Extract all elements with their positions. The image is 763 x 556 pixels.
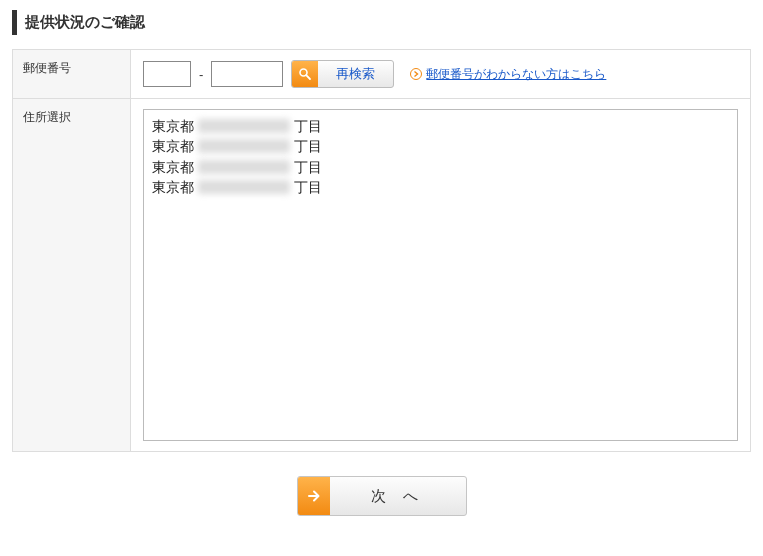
zip-input-2[interactable] [211,61,283,87]
address-prefix: 東京都 [152,136,194,156]
address-item[interactable]: 東京都 丁目 [152,157,729,177]
svg-line-1 [307,75,311,79]
page-title: 提供状況のご確認 [12,10,751,35]
address-item[interactable]: 東京都 丁目 [152,116,729,136]
zip-input-1[interactable] [143,61,191,87]
address-redacted [198,160,290,174]
address-suffix: 丁目 [294,136,322,156]
address-redacted [198,180,290,194]
address-suffix: 丁目 [294,116,322,136]
address-prefix: 東京都 [152,157,194,177]
help-link-wrapper: 郵便番号がわからない方はこちら [410,66,606,83]
next-row: 次 へ [12,452,751,522]
address-label: 住所選択 [13,99,131,452]
next-button-label: 次 へ [330,477,466,515]
next-button[interactable]: 次 へ [297,476,467,516]
address-prefix: 東京都 [152,177,194,197]
address-redacted [198,119,290,133]
search-icon [292,61,318,87]
search-button[interactable]: 再検索 [291,60,394,88]
zip-label: 郵便番号 [13,50,131,99]
arrow-right-icon [298,477,330,515]
zip-row: - 再検索 郵便番号がわからない方はこちら [143,60,738,88]
address-suffix: 丁目 [294,157,322,177]
zip-separator: - [199,67,203,82]
svg-point-2 [411,69,422,80]
address-redacted [198,139,290,153]
address-item[interactable]: 東京都 丁目 [152,136,729,156]
search-button-label: 再検索 [318,61,393,87]
address-item[interactable]: 東京都 丁目 [152,177,729,197]
zip-help-link[interactable]: 郵便番号がわからない方はこちら [426,66,606,83]
address-listbox[interactable]: 東京都 丁目 東京都 丁目 東京都 丁目 東京都 丁目 [143,109,738,441]
form-table: 郵便番号 - 再検索 郵便番号がわからない方はこちら [12,49,751,452]
arrow-right-icon [410,68,422,80]
address-suffix: 丁目 [294,177,322,197]
address-prefix: 東京都 [152,116,194,136]
